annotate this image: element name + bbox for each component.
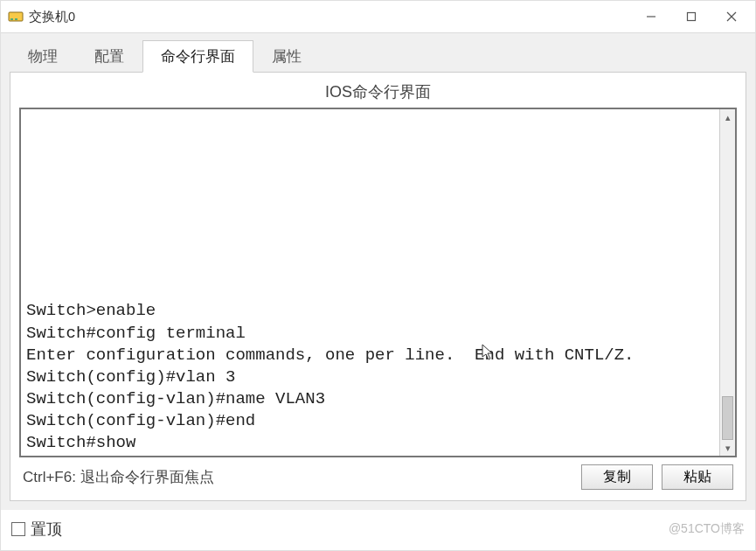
cli-terminal[interactable]: Switch>enable Switch#config terminal Ent… bbox=[21, 109, 719, 456]
scroll-down-icon[interactable]: ▾ bbox=[720, 440, 735, 456]
terminal-line: Switch(config-vlan)#end bbox=[26, 410, 714, 432]
terminal-container: Switch>enable Switch#config terminal Ent… bbox=[19, 108, 737, 457]
terminal-line: Switch#show bbox=[26, 432, 714, 454]
terminal-scrollbar[interactable]: ▴ ▾ bbox=[719, 109, 735, 456]
maximize-button[interactable] bbox=[671, 3, 711, 31]
terminal-line: Switch(config-vlan)#name VLAN3 bbox=[26, 388, 714, 410]
app-window: 交换机0 物理 配置 命令行界面 属性 IOS命令行界面 Switch>enab… bbox=[0, 0, 756, 551]
tab-body-cli: IOS命令行界面 Switch>enable Switch#config ter… bbox=[10, 72, 746, 501]
close-button[interactable] bbox=[711, 3, 752, 31]
scroll-up-icon[interactable]: ▴ bbox=[720, 109, 735, 125]
hint-row: Ctrl+F6: 退出命令行界面焦点 复制 粘贴 bbox=[19, 457, 737, 492]
tab-config[interactable]: 配置 bbox=[76, 40, 142, 73]
scroll-thumb[interactable] bbox=[722, 396, 733, 440]
terminal-line: Switch#config terminal bbox=[26, 323, 714, 345]
button-row: 复制 粘贴 bbox=[581, 464, 733, 490]
svg-rect-1 bbox=[10, 18, 13, 20]
tab-cli[interactable]: 命令行界面 bbox=[142, 40, 253, 73]
svg-rect-2 bbox=[15, 18, 17, 20]
footer: 置顶 @51CTO博客 bbox=[1, 510, 755, 550]
titlebar: 交换机0 bbox=[1, 1, 755, 32]
paste-button[interactable]: 粘贴 bbox=[662, 464, 733, 490]
minimize-button[interactable] bbox=[631, 3, 671, 31]
copy-button[interactable]: 复制 bbox=[581, 464, 653, 490]
content-area: 物理 配置 命令行界面 属性 IOS命令行界面 Switch>enable Sw… bbox=[1, 32, 755, 510]
on-top-label: 置顶 bbox=[31, 519, 62, 540]
terminal-line: Switch>enable bbox=[26, 300, 714, 322]
app-icon bbox=[8, 9, 24, 24]
window-title: 交换机0 bbox=[29, 9, 631, 25]
section-title: IOS命令行界面 bbox=[19, 78, 737, 108]
tab-physical[interactable]: 物理 bbox=[10, 40, 76, 73]
watermark: @51CTO博客 bbox=[669, 521, 745, 537]
tab-attributes[interactable]: 属性 bbox=[253, 40, 320, 73]
window-controls bbox=[631, 3, 752, 31]
terminal-line: Switch(config)#vlan 3 bbox=[26, 366, 714, 388]
terminal-line: Enter configuration commands, one per li… bbox=[26, 345, 714, 366]
on-top-checkbox-wrap[interactable]: 置顶 bbox=[11, 519, 62, 540]
tab-strip: 物理 配置 命令行界面 属性 bbox=[10, 40, 746, 73]
on-top-checkbox[interactable] bbox=[11, 522, 25, 536]
svg-rect-4 bbox=[688, 13, 696, 21]
focus-hint: Ctrl+F6: 退出命令行界面焦点 bbox=[23, 467, 214, 487]
